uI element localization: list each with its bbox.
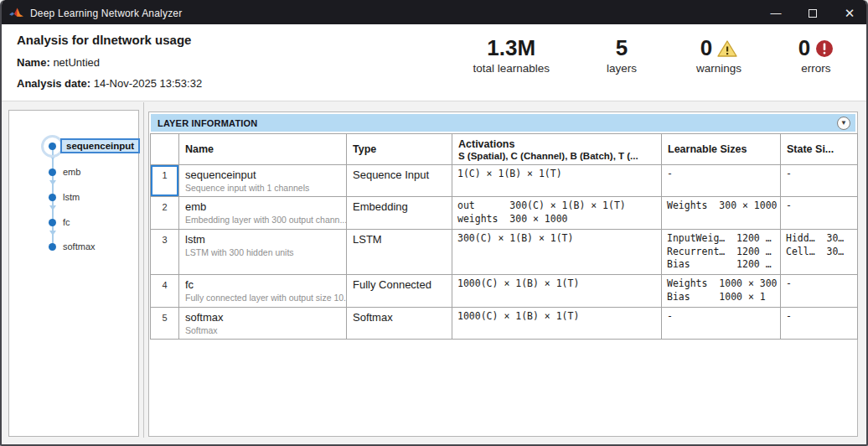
stat-label: errors bbox=[791, 62, 841, 75]
stat-total-learnables: 1.3M total learnables bbox=[473, 36, 550, 75]
layer-name: softmax bbox=[185, 311, 340, 324]
date-row: Analysis date: 14-Nov-2025 13:53:32 bbox=[17, 77, 202, 90]
node-label: fc bbox=[63, 217, 70, 227]
learnables-cell: Weights 1000 × 300 Bias 1000 × 1 bbox=[662, 275, 781, 308]
activations-cell: 1(C) × 1(B) × 1(T) bbox=[452, 165, 662, 197]
node-dot-icon bbox=[49, 243, 56, 251]
errors-count: 0 bbox=[798, 36, 810, 61]
stat-value: 1.3M bbox=[473, 36, 550, 61]
node-label: lstm bbox=[63, 192, 80, 202]
close-button[interactable]: ✕ bbox=[831, 0, 868, 26]
row-number-cell: 1 bbox=[151, 165, 179, 197]
layer-description: Sequence input with 1 channels bbox=[185, 183, 340, 193]
stats-panel: 1.3M total learnables 5 layers 0 warning… bbox=[473, 36, 841, 75]
chevron-down-icon: ▼ bbox=[840, 120, 847, 127]
layer-description: Embedding layer with 300 output chann... bbox=[185, 215, 340, 225]
learnables-cell: - bbox=[662, 165, 781, 197]
stat-value: 0 bbox=[694, 36, 744, 61]
stat-label: layers bbox=[597, 62, 647, 75]
column-header-name: Name bbox=[179, 134, 347, 165]
column-header-state: State Si... bbox=[781, 134, 858, 165]
stat-warnings: 0 warnings bbox=[694, 36, 744, 75]
column-header-index bbox=[151, 134, 179, 165]
analysis-summary: Analysis for dlnetwork usage Name: netUn… bbox=[17, 33, 202, 98]
stat-label: total learnables bbox=[473, 62, 550, 75]
row-number-cell: 5 bbox=[151, 308, 179, 340]
layer-type-cell: Fully Connected bbox=[347, 275, 452, 308]
layer-name: fc bbox=[185, 278, 340, 291]
activations-cell: 300(C) × 1(B) × 1(T) bbox=[452, 229, 662, 275]
state-cell: - bbox=[781, 308, 858, 340]
learnables-cell: InputWeig… 1200 … Recurrent… 1200 … Bias… bbox=[662, 229, 781, 275]
connector-arrow-icon bbox=[49, 205, 56, 210]
layer-name-cell: sequenceinput Sequence input with 1 chan… bbox=[179, 165, 347, 197]
connector-arrow-icon bbox=[49, 180, 56, 185]
name-value: netUntied bbox=[53, 56, 100, 69]
name-label: Name: bbox=[17, 56, 50, 69]
titlebar: Deep Learning Network Analyzer — ✕ bbox=[0, 0, 868, 26]
node-dot-icon bbox=[49, 219, 56, 226]
table-row-emb[interactable]: 2 emb Embedding layer with 300 output ch… bbox=[151, 197, 858, 230]
node-dot-icon bbox=[49, 169, 56, 176]
stat-value: 5 bbox=[597, 36, 647, 61]
date-value: 14-Nov-2025 13:53:32 bbox=[94, 77, 202, 90]
activations-cell: out 300(C) × 1(B) × 1(T) weights 300 × 1… bbox=[452, 197, 662, 230]
column-header-type: Type bbox=[347, 134, 452, 165]
layer-description: Softmax bbox=[185, 325, 340, 335]
layer-type-cell: Embedding bbox=[347, 197, 452, 230]
activations-cell: 1000(C) × 1(B) × 1(T) bbox=[452, 308, 662, 340]
minimize-icon: — bbox=[771, 7, 782, 19]
row-number-cell: 2 bbox=[151, 197, 179, 230]
node-dot-icon bbox=[49, 143, 56, 150]
table-row-lstm[interactable]: 3 lstm LSTM with 300 hidden units LSTM 3… bbox=[151, 229, 858, 275]
network-diagram-panel: sequenceinput emb lstm fc softmax bbox=[8, 110, 139, 437]
layer-type-cell: Sequence Input bbox=[347, 165, 452, 197]
window-controls: — ✕ bbox=[757, 0, 868, 26]
stat-errors: 0 errors bbox=[791, 36, 841, 75]
table-row-softmax[interactable]: 5 softmax Softmax Softmax 1000(C) × 1(B)… bbox=[151, 308, 858, 340]
stat-layers: 5 layers bbox=[597, 36, 647, 75]
node-label: sequenceinput bbox=[60, 138, 140, 153]
activations-subtitle: S (Spatial), C (Channel), B (Batch), T (… bbox=[458, 151, 655, 161]
app-window: Deep Learning Network Analyzer — ✕ Analy… bbox=[0, 0, 868, 446]
table-row-sequenceinput[interactable]: 1 sequenceinput Sequence input with 1 ch… bbox=[151, 165, 858, 197]
warnings-count: 0 bbox=[700, 36, 712, 61]
layer-description: Fully connected layer with output size 1… bbox=[185, 293, 340, 303]
activations-title: Activations bbox=[458, 138, 655, 150]
layer-name-cell: emb Embedding layer with 300 output chan… bbox=[179, 197, 347, 230]
layer-name: emb bbox=[185, 200, 340, 213]
learnables-cell: Weights 300 × 1000 bbox=[662, 197, 781, 230]
stat-value: 0 bbox=[791, 36, 841, 61]
matlab-icon bbox=[9, 7, 23, 19]
node-label: softmax bbox=[63, 241, 96, 252]
layer-information-header[interactable]: LAYER INFORMATION ▼ bbox=[151, 114, 855, 132]
layer-name-cell: fc Fully connected layer with output siz… bbox=[179, 275, 347, 308]
collapse-button[interactable]: ▼ bbox=[837, 117, 850, 130]
activations-cell: 1000(C) × 1(B) × 1(T) bbox=[452, 275, 662, 308]
state-cell: Hidd… 30… Cell… 30… bbox=[781, 229, 858, 275]
learnables-cell: - bbox=[662, 308, 781, 340]
maximize-icon bbox=[809, 9, 817, 18]
layer-type-cell: LSTM bbox=[347, 229, 452, 275]
layer-type-cell: Softmax bbox=[347, 308, 452, 340]
panel-splitter[interactable] bbox=[143, 102, 144, 438]
node-label: emb bbox=[63, 167, 80, 177]
layer-name-cell: lstm LSTM with 300 hidden units bbox=[179, 229, 347, 275]
stat-label: warnings bbox=[694, 62, 744, 75]
date-label: Analysis date: bbox=[17, 77, 90, 90]
row-number-cell: 3 bbox=[151, 229, 179, 275]
close-icon: ✕ bbox=[845, 6, 855, 21]
window-title: Deep Learning Network Analyzer bbox=[30, 8, 182, 19]
column-header-learnables: Learnable Sizes bbox=[662, 134, 781, 165]
minimize-button[interactable]: — bbox=[757, 0, 794, 26]
column-header-activations: Activations S (Spatial), C (Channel), B … bbox=[452, 134, 662, 165]
layer-table: Name Type Activations S (Spatial), C (Ch… bbox=[150, 133, 858, 340]
state-cell: - bbox=[781, 165, 858, 197]
layer-name-cell: softmax Softmax bbox=[179, 308, 347, 340]
page-title: Analysis for dlnetwork usage bbox=[17, 33, 202, 47]
panel-title: LAYER INFORMATION bbox=[158, 118, 258, 128]
table-row-fc[interactable]: 4 fc Fully connected layer with output s… bbox=[151, 275, 858, 308]
maximize-button[interactable] bbox=[794, 0, 831, 26]
layer-description: LSTM with 300 hidden units bbox=[185, 247, 340, 257]
layer-name: lstm bbox=[185, 233, 340, 246]
